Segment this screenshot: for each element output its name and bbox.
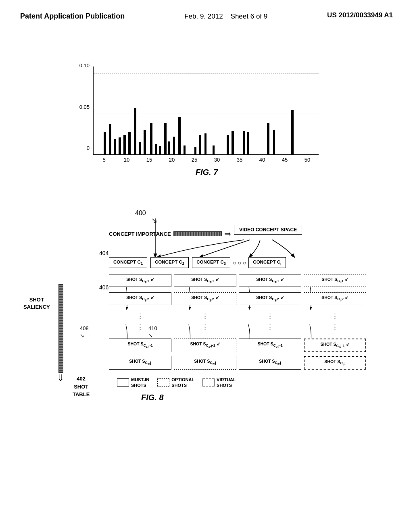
xlabel-10: 10 [115, 157, 138, 163]
legend-optional-label: OPTIONALSHOTS [171, 377, 194, 389]
bar-28 [291, 110, 294, 154]
bar-12 [159, 146, 161, 154]
fig7-xlabel: 5 10 15 20 25 30 35 40 45 50 [93, 157, 319, 163]
bar-19 [199, 135, 201, 154]
arrow-vcs-c1 [157, 240, 244, 257]
xlabel-35: 35 [228, 157, 251, 163]
fig7-container: 0.10 0.05 0 [71, 62, 321, 175]
ref-402-num: 402 [77, 376, 86, 382]
concept-c2: CONCEPT C2 [150, 257, 189, 268]
shot-ci-j: SHOT SCi,j [304, 356, 366, 370]
ylabel-0: 0 [87, 145, 90, 151]
legend-optional-box [157, 378, 169, 387]
ylabel-005: 0.05 [79, 104, 90, 110]
shot-c1-j: SHOT SC1,j [109, 356, 171, 370]
xlabel-45: 45 [273, 157, 296, 163]
shot-c2-r2: SHOT SC2,2 ↙ [174, 292, 236, 305]
fig7-title: FIG. 7 [93, 168, 321, 177]
shot-c3-jm1: SHOT SC3,j-1 [239, 339, 301, 352]
shot-c1-r1: SHOT SC1,1 ↙ [109, 274, 171, 287]
xlabel-5: 5 [93, 157, 115, 163]
shot-c3-j: SHOT SC3,j [239, 356, 301, 370]
shot-saliency-label: SHOTSALIENCY [23, 296, 50, 311]
shot-row-2: SHOT SC1,2 ↙ SHOT SC2,2 ↙ SHOT SC3,2 ↙ S… [109, 292, 366, 305]
bar-13 [164, 123, 167, 154]
shot-c2-r1: SHOT SC2,1 ↙ [174, 274, 236, 287]
ref-408-arrow: ↘ [80, 332, 84, 339]
concept-importance-label: CONCEPT IMPORTANCE [109, 231, 171, 237]
fig8-container: 400 ↘ CONCEPT IMPORTANCE ⇒ VIDEO CONCEPT… [20, 210, 391, 508]
concept-c3: CONCEPT C3 [192, 257, 230, 268]
xlabel-25: 25 [183, 157, 206, 163]
xlabel-15: 15 [138, 157, 161, 163]
bar-25 [247, 132, 249, 154]
xlabel-50: 50 [296, 157, 319, 163]
bar-22 [227, 135, 229, 154]
legend-mustin: MUST-INSHOTS [117, 377, 149, 389]
ref-408: 408 [80, 325, 89, 331]
video-concept-space: VIDEO CONCEPT SPACE [234, 225, 302, 235]
shot-dots-row: ⋮⋮ ⋮⋮ ⋮⋮ ⋮⋮ [109, 310, 366, 332]
saliency-arrow-down: ⇓ [57, 373, 64, 383]
legend-mustin-box [117, 378, 129, 387]
bar-3 [114, 139, 116, 154]
bar-10 [150, 123, 152, 154]
shot-c2-j: SHOT SC2,j [174, 356, 236, 370]
concept-c1: CONCEPT C1 [109, 257, 147, 268]
ylabel-010: 0.10 [79, 62, 90, 69]
sheet-info: Sheet 6 of 9 [231, 12, 268, 20]
ref-402: 402 SHOTTABLE [73, 375, 90, 399]
fig8-title: FIG. 8 [141, 393, 164, 402]
bar-14 [168, 141, 170, 154]
shot-ci-r1: SHOT SCi,1 ↙ [304, 274, 366, 287]
bar-21 [213, 145, 215, 154]
xlabel-40: 40 [251, 157, 273, 163]
bar-17 [184, 145, 186, 154]
concept-importance-area: CONCEPT IMPORTANCE ⇒ [109, 229, 231, 239]
bar-24 [243, 131, 245, 154]
concept-ci: CONCEPT Ci [248, 257, 286, 268]
importance-bar [173, 231, 222, 236]
arrow-vcs-ci [272, 240, 294, 257]
shot-c3-r1: SHOT SC3,1 ↙ [239, 274, 301, 287]
bar-18 [194, 147, 196, 154]
shot-row-j: SHOT SC1,j SHOT SC2,j SHOT SC3,j SHOT SC… [109, 356, 366, 370]
saliency-bar [58, 284, 63, 373]
shot-ci-jm1: SHOT SCi,j-1 ↙ [304, 339, 366, 352]
shot-c3-r2: SHOT SC3,2 ↙ [239, 292, 301, 305]
xlabel-20: 20 [161, 157, 183, 163]
concept-dots: ○ ○ ○ [230, 260, 248, 266]
grid-line-05 [94, 114, 319, 114]
arrow-vcs-c2 [200, 240, 250, 257]
bar-7 [134, 108, 136, 154]
arrow-400-text: ↘ [151, 216, 157, 225]
legend-optional: OPTIONALSHOTS [157, 377, 194, 389]
bar-15 [173, 137, 175, 154]
importance-arrow: ⇒ [224, 229, 231, 239]
bar-6 [128, 132, 131, 154]
bar-11 [155, 144, 157, 154]
fig7-chart [93, 66, 319, 155]
bar-26 [267, 123, 269, 154]
fig7-ylabel: 0.10 0.05 0 [71, 62, 93, 151]
publication-title: Patent Application Publication [20, 11, 125, 21]
bar-2 [109, 124, 111, 154]
bar-5 [123, 135, 126, 154]
shot-row-1: SHOT SC1,1 ↙ SHOT SC2,1 ↙ SHOT SC3,1 ↙ S… [109, 274, 366, 287]
legend-virtual: VIRTUALSHOTS [202, 377, 236, 389]
shot-c1-jm1: SHOT SC1,j-1 [109, 339, 171, 352]
concept-row: CONCEPT C1 CONCEPT C2 CONCEPT C3 ○ ○ ○ C… [109, 257, 286, 268]
xlabel-30: 30 [206, 157, 228, 163]
page-header: Patent Application Publication Feb. 9, 2… [0, 0, 413, 22]
bar-27 [273, 130, 275, 154]
bar-16 [178, 117, 181, 154]
patent-number: US 2012/0033949 A1 [327, 11, 393, 19]
ref-410: 410 [148, 325, 157, 331]
legend-container: MUST-INSHOTS OPTIONALSHOTS VIRTUALSHOTS [117, 377, 236, 389]
ref-406: 406 [99, 284, 108, 291]
bar-20 [204, 133, 206, 154]
ref-404: 404 [99, 250, 108, 256]
bar-1 [104, 132, 106, 154]
shot-ci-r2: SHOT SCi,2 ↙ [304, 292, 366, 305]
legend-virtual-label: VIRTUALSHOTS [217, 377, 236, 389]
